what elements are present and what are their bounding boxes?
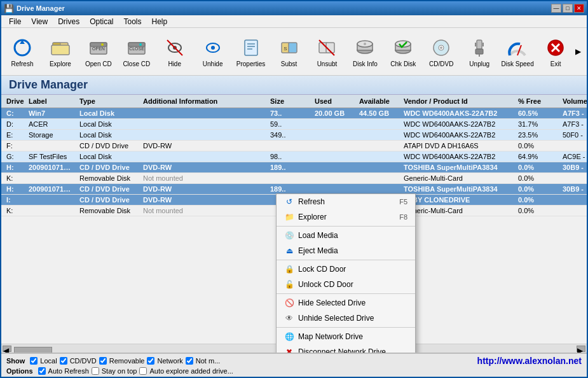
ctx-refresh[interactable]: ↺ Refresh F5: [277, 194, 415, 209]
col-header-used: Used: [312, 96, 357, 106]
toolbar-exit-label: Exit: [550, 60, 561, 67]
show-removable-checkbox[interactable]: [99, 357, 107, 365]
menu-help[interactable]: Help: [147, 16, 173, 27]
ctx-load-media-label: Load Media: [298, 231, 338, 240]
table-row[interactable]: G: SF TestFiles Local Disk 98.. WDC WD64…: [1, 151, 587, 162]
table-row[interactable]: F: CD / DVD Drive DVD-RW ATAPI DVD A DH1…: [1, 141, 587, 151]
table-row[interactable]: H: 200901071013 CD / DVD Drive DVD-RW 18…: [1, 162, 587, 173]
scroll-left-btn[interactable]: ◀: [3, 346, 11, 352]
toolbar-properties-button[interactable]: Properties: [233, 30, 270, 73]
ctx-lock-cd[interactable]: 🔒 Lock CD Door: [277, 262, 415, 277]
maximize-window-button[interactable]: □: [563, 4, 573, 13]
cell-info: DVD-RW: [140, 185, 268, 193]
ctx-unhide-drive[interactable]: 👁 Unhide Selected Drive: [277, 311, 415, 326]
option-auto-explore-checkbox[interactable]: [139, 367, 147, 375]
cell-drive: K:: [4, 174, 26, 183]
col-header-vendor: Vendor / Product Id: [401, 96, 516, 106]
page-title-bar: Drive Manager: [1, 76, 587, 95]
ctx-map-network-icon: 🌐: [284, 332, 294, 342]
table-row[interactable]: E: Storage Local Disk 349.. WDC WD6400AA…: [1, 130, 587, 141]
toolbar-properties-label: Properties: [236, 60, 266, 67]
ctx-unhide-drive-icon: 👁: [284, 313, 294, 323]
main-content: Drive Label Type Additional Information …: [1, 95, 587, 353]
table-row[interactable]: C: Win7 Local Disk 73.. 20.00 GB 44.50 G…: [1, 108, 587, 119]
show-notm-checkbox[interactable]: [186, 357, 193, 365]
cell-drive: I:: [4, 195, 26, 204]
option-auto-refresh-group[interactable]: Auto Refresh: [38, 367, 89, 375]
ctx-unlock-cd[interactable]: 🔓 Unlock CD Door: [277, 277, 415, 292]
title-bar-text: Drive Manager: [17, 4, 65, 12]
option-stay-on-top-group[interactable]: Stay on top: [92, 367, 137, 375]
menu-tools[interactable]: Tools: [119, 16, 147, 27]
toolbar-chk-disk-button[interactable]: Chk Disk: [385, 30, 421, 73]
toolbar-explore-label: Explore: [50, 60, 71, 67]
cell-vendor: ATAPI DVD A DH16A6S: [401, 141, 516, 150]
option-auto-explore-group[interactable]: Auto explore added drive...: [139, 367, 233, 375]
cell-info: DVD-RW: [140, 163, 268, 172]
ctx-hide-drive[interactable]: 🚫 Hide Selected Drive: [277, 295, 415, 311]
toolbar-explore-button[interactable]: Explore: [42, 30, 79, 73]
table-row[interactable]: K: Removable Disk Not mounted Generic-Mu…: [1, 173, 587, 184]
toolbar-disk-info-button[interactable]: Disk Info: [346, 30, 383, 73]
cell-info: DVD-RW: [140, 195, 268, 204]
option-stay-on-top-checkbox[interactable]: [92, 367, 99, 375]
toolbar-more-arrow[interactable]: ▶: [575, 47, 584, 56]
show-network-checkbox[interactable]: [147, 357, 154, 365]
hide-icon: [163, 36, 186, 59]
cell-vendor: WDC WD6400AAKS-22A7B2: [401, 120, 516, 129]
toolbar-exit-button[interactable]: Exit: [537, 30, 574, 73]
scroll-thumb[interactable]: [14, 347, 52, 353]
show-cddvd-checkbox-group[interactable]: CD/DVD: [60, 357, 97, 365]
menu-drives[interactable]: Drives: [53, 16, 85, 27]
menu-view[interactable]: View: [26, 16, 53, 27]
close-window-button[interactable]: ✕: [574, 4, 584, 13]
toolbar-refresh-button[interactable]: Refresh: [4, 30, 41, 73]
ctx-load-media[interactable]: 💿 Load Media: [277, 228, 415, 243]
menu-file[interactable]: File: [4, 16, 26, 27]
ctx-eject-media[interactable]: ⏏ Eject Media: [277, 243, 415, 258]
toolbar-cd-dvd-button[interactable]: CD/DVD: [423, 30, 460, 73]
toolbar-unhide-button[interactable]: Unhide: [195, 30, 231, 73]
minimize-window-button[interactable]: —: [551, 4, 561, 13]
cell-volume: [560, 199, 587, 200]
show-removable-checkbox-group[interactable]: Removable: [99, 357, 145, 365]
cell-vendor: WDC WD6400AAKS-22A7B2: [401, 130, 516, 139]
ctx-unlock-cd-icon: 🔓: [284, 279, 294, 290]
show-local-checkbox[interactable]: [30, 357, 38, 365]
open-cd-icon: OPEN: [87, 36, 110, 59]
show-cddvd-checkbox[interactable]: [60, 357, 67, 365]
cell-size: 189..: [268, 163, 312, 172]
toolbar-subst-button[interactable]: S Subst: [271, 30, 308, 73]
menu-optical[interactable]: Optical: [85, 16, 118, 27]
table-row[interactable]: D: ACER Local Disk 59.. WDC WD6400AAKS-2…: [1, 119, 587, 130]
toolbar-unsubst-button[interactable]: Unsubt: [309, 30, 346, 73]
cell-volume: A7F3 -: [560, 120, 587, 129]
toolbar-open-cd-button[interactable]: OPEN Open CD: [80, 30, 117, 73]
cell-available: [357, 178, 401, 179]
cell-size: 59..: [268, 120, 312, 129]
ctx-explorer[interactable]: 📁 Explorer F8: [277, 209, 415, 225]
option-auto-refresh-checkbox[interactable]: [38, 367, 46, 375]
cell-free: 0.0%: [516, 163, 560, 172]
svg-text:CLOSE: CLOSE: [129, 46, 144, 51]
toolbar-cd-dvd-label: CD/DVD: [429, 60, 453, 67]
cell-used: [312, 156, 357, 157]
scroll-right-btn[interactable]: ▶: [577, 346, 585, 352]
page-title: Drive Manager: [9, 78, 88, 91]
show-network-checkbox-group[interactable]: Network: [147, 357, 182, 365]
toolbar-disk-speed-label: Disk Speed: [502, 60, 534, 67]
cell-volume: A7F3 -: [560, 109, 587, 118]
ctx-map-network[interactable]: 🌐 Map Network Drive: [277, 329, 415, 344]
show-notm-checkbox-group[interactable]: Not m...: [186, 357, 221, 365]
toolbar-close-cd-button[interactable]: CLOSE Close CD: [118, 30, 155, 73]
cell-used: [312, 123, 357, 125]
cell-vendor: Generic-Multi-Card: [401, 174, 516, 183]
toolbar-hide-button[interactable]: Hide: [156, 30, 193, 73]
ctx-disconnect-network[interactable]: ✖ Disconnect Network Drive: [277, 344, 415, 353]
toolbar-disk-speed-button[interactable]: Disk Speed: [499, 30, 536, 73]
toolbar-unplug-button[interactable]: Unplug: [461, 30, 498, 73]
show-local-checkbox-group[interactable]: Local: [30, 357, 57, 365]
cell-volume: [560, 145, 587, 146]
cell-free: 64.9%: [516, 152, 560, 161]
website-link[interactable]: http://www.alexnolan.net: [477, 356, 582, 366]
